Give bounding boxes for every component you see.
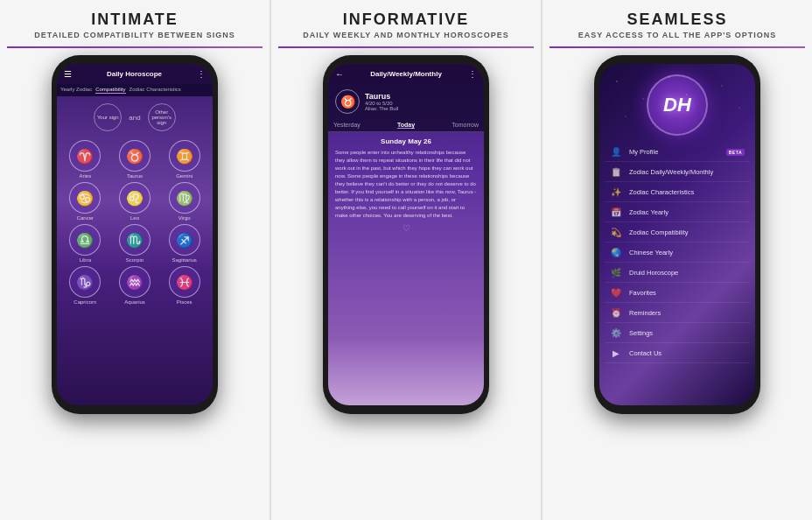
tab-compatibility[interactable]: Compatibility xyxy=(95,87,125,94)
panel-intimate-subtitle: DETAILED COMPATIBILITY BETWEEN SIGNS xyxy=(34,31,234,39)
tab-yearly-zodiac[interactable]: Yearly Zodiac xyxy=(60,87,92,94)
p2-sign-info: ♉ Taurus 4/20 to 5/20 Alias: The Bull xyxy=(328,84,484,119)
beta-badge: BETA xyxy=(726,149,745,156)
zodiac-char-icon: ✨ xyxy=(610,187,622,197)
phone-screen-2: ← Daily/Weekly/Monthly ⋮ ♉ Taurus 4/20 t… xyxy=(328,64,484,405)
hamburger-icon[interactable]: ☰ xyxy=(64,69,72,79)
zodiac-taurus[interactable]: ♉ Taurus xyxy=(112,140,158,179)
cancer-symbol: ♋ xyxy=(69,182,101,214)
zodiac-libra[interactable]: ♎ Libra xyxy=(62,224,108,263)
menu-item-my-profile[interactable]: 👤 My Profile BETA xyxy=(605,143,750,162)
capricorn-symbol: ♑ xyxy=(69,266,101,298)
menu-item-druid[interactable]: 🌿 Druid Horoscope xyxy=(605,264,750,283)
menu-item-chinese[interactable]: 🌏 Chinese Yearly xyxy=(605,243,750,263)
sign-selectors: Your sign and Other person's sign xyxy=(94,103,175,131)
gemini-name: Gemini xyxy=(176,173,192,179)
p2-dots-icon[interactable]: ⋮ xyxy=(468,69,477,79)
zodiac-pisces[interactable]: ♓ Pisces xyxy=(161,266,207,305)
profile-icon: 👤 xyxy=(610,147,622,157)
zodiac-virgo[interactable]: ♍ Virgo xyxy=(161,182,207,221)
panel-seamless-title: SEAMLESS xyxy=(626,11,727,29)
other-sign-circle[interactable]: Other person's sign xyxy=(148,103,176,131)
and-text: and xyxy=(129,114,140,122)
p1-header: ☰ Daily Horoscope ⋮ xyxy=(57,64,213,84)
zodiac-capricorn[interactable]: ♑ Capricorn xyxy=(62,266,108,305)
zodiac-aquarius[interactable]: ♒ Aquarius xyxy=(112,266,158,305)
menu-item-settings[interactable]: ⚙️ Settings xyxy=(605,324,750,343)
menu-label-contact: Contact Us xyxy=(629,349,745,357)
pisces-symbol: ♓ xyxy=(169,266,200,298)
zodiac-aries[interactable]: ♈ Aries xyxy=(62,140,108,179)
panel-seamless: SEAMLESS EASY ACCESS TO ALL THE APP'S OP… xyxy=(542,0,812,520)
pisces-name: Pisces xyxy=(177,299,192,305)
menu-item-zodiac-daily[interactable]: 📋 Zodiac Daily/Weekly/Monthly xyxy=(605,163,750,182)
zodiac-leo[interactable]: ♌ Leo xyxy=(112,182,158,221)
sign-alias: Alias: The Bull xyxy=(365,106,398,111)
capricorn-name: Capricorn xyxy=(74,299,96,305)
phone-frame-2: ← Daily/Weekly/Monthly ⋮ ♉ Taurus 4/20 t… xyxy=(323,55,489,414)
menu-item-contact[interactable]: ▶ Contact Us xyxy=(605,344,750,363)
panel-intimate-divider xyxy=(7,46,262,48)
contact-icon: ▶ xyxy=(610,348,622,358)
panel-intimate-title: INTIMATE xyxy=(91,11,178,29)
phone-frame-1: ☰ Daily Horoscope ⋮ Yearly Zodiac Compat… xyxy=(52,55,218,414)
menu-item-favorites[interactable]: ❤️ Favorites xyxy=(605,284,750,303)
panel-seamless-divider xyxy=(550,46,805,48)
app-logo: DH xyxy=(647,74,708,136)
tab-tomorrow[interactable]: Tomorrow xyxy=(452,122,479,129)
favorites-icon: ❤️ xyxy=(610,288,622,298)
zodiac-cancer[interactable]: ♋ Cancer xyxy=(62,182,108,221)
scorpio-name: Scorpio xyxy=(126,257,144,263)
chinese-icon: 🌏 xyxy=(610,248,622,257)
menu-item-zodiac-compat[interactable]: 💫 Zodiac Compatibility xyxy=(605,223,750,242)
tab-zodiac-char[interactable]: Zodiac Characteristics xyxy=(130,87,181,94)
menu-item-zodiac-yearly[interactable]: 📅 Zodiac Yearly xyxy=(605,203,750,222)
menu-label-reminders: Reminders xyxy=(629,309,745,317)
p2-header-title: Daily/Weekly/Monthly xyxy=(347,70,465,78)
zodiac-daily-icon: 📋 xyxy=(610,167,622,177)
sagittarius-name: Sagittarius xyxy=(172,257,196,263)
aries-name: Aries xyxy=(79,173,91,179)
zodiac-grid: ♈ Aries ♉ Taurus ♊ Gemini ♋ Cancer xyxy=(62,140,207,305)
menu-item-reminders[interactable]: ⏰ Reminders xyxy=(605,304,750,323)
panel-intimate: INTIMATE DETAILED COMPATIBILITY BETWEEN … xyxy=(0,0,270,520)
p2-horoscope-content: Sunday May 26 Some people enter into unh… xyxy=(328,132,484,405)
menu-label-my-profile: My Profile xyxy=(629,148,719,156)
p1-content: Your sign and Other person's sign ♈ Arie… xyxy=(57,96,213,405)
taurus-name: Taurus xyxy=(127,173,143,179)
tab-yesterday[interactable]: Yesterday xyxy=(333,122,360,129)
p1-tabs: Yearly Zodiac Compatibility Zodiac Chara… xyxy=(57,84,213,96)
phone-screen-1: ☰ Daily Horoscope ⋮ Yearly Zodiac Compat… xyxy=(57,64,213,405)
dots-icon[interactable]: ⋮ xyxy=(197,69,206,79)
back-arrow-icon[interactable]: ← xyxy=(335,69,344,79)
your-sign-circle[interactable]: Your sign xyxy=(94,103,122,131)
tab-today[interactable]: Today xyxy=(397,122,415,129)
aquarius-symbol: ♒ xyxy=(119,266,150,298)
zodiac-yearly-icon: 📅 xyxy=(610,207,622,217)
taurus-symbol-large: ♉ xyxy=(335,89,360,114)
panel-seamless-subtitle: EASY ACCESS TO ALL THE APP'S OPTIONS xyxy=(578,31,777,39)
gemini-symbol: ♊ xyxy=(169,140,200,172)
zodiac-gemini[interactable]: ♊ Gemini xyxy=(161,140,207,179)
zodiac-compat-icon: 💫 xyxy=(610,228,622,237)
phone-screen-3: DH 👤 My Profile BETA 📋 Zodiac Daily/Week… xyxy=(599,64,755,405)
menu-label-zodiac-compat: Zodiac Compatibility xyxy=(629,228,745,236)
zodiac-sagittarius[interactable]: ♐ Sagittarius xyxy=(161,224,207,263)
leo-symbol: ♌ xyxy=(119,182,150,214)
p2-header: ← Daily/Weekly/Monthly ⋮ xyxy=(328,64,484,84)
heart-icon[interactable]: ♡ xyxy=(335,223,477,233)
druid-icon: 🌿 xyxy=(610,268,622,278)
panel-informative-title: INFORMATIVE xyxy=(343,11,470,29)
p2-horoscope-text: Some people enter into unhealthy relatio… xyxy=(335,149,477,220)
zodiac-scorpio[interactable]: ♏ Scorpio xyxy=(112,224,158,263)
aquarius-name: Aquarius xyxy=(124,299,145,305)
libra-symbol: ♎ xyxy=(69,224,101,256)
virgo-name: Virgo xyxy=(178,215,191,221)
sign-details: Taurus 4/20 to 5/20 Alias: The Bull xyxy=(365,92,398,111)
taurus-symbol: ♉ xyxy=(119,140,150,172)
cancer-name: Cancer xyxy=(77,215,94,221)
panel-informative-subtitle: DAILY WEEKLY AND MONTHLY HOROSCOPES xyxy=(303,31,509,39)
menu-label-druid: Druid Horoscope xyxy=(629,269,745,277)
menu-item-zodiac-char[interactable]: ✨ Zodiac Characteristics xyxy=(605,183,750,202)
menu-label-settings: Settings xyxy=(629,329,745,337)
